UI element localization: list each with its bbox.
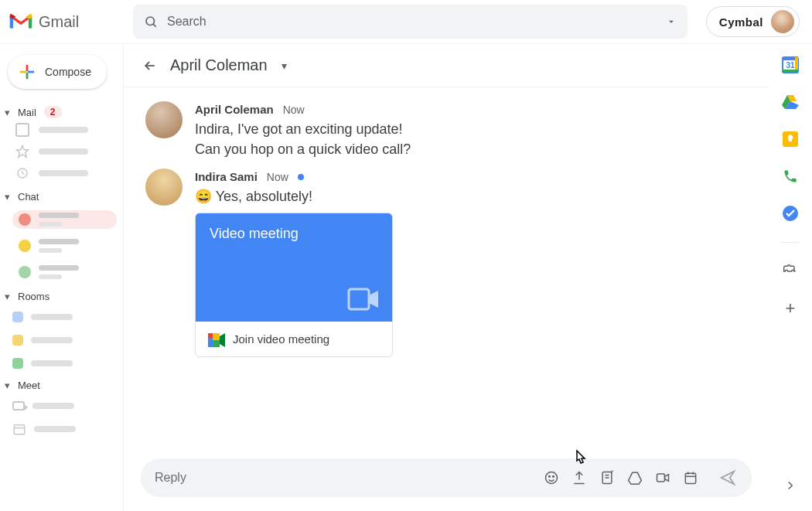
room-item[interactable] — [12, 332, 117, 349]
upload-icon[interactable] — [569, 468, 589, 488]
svg-rect-13 — [208, 333, 213, 338]
room-item[interactable] — [12, 308, 117, 325]
addons-icon[interactable] — [782, 263, 799, 280]
svg-rect-14 — [208, 338, 213, 347]
message-item: April Coleman Now Indira, I've got an ex… — [145, 101, 747, 159]
message-text: 😄 Yes, absolutely! — [195, 186, 393, 206]
presence-dot-icon — [19, 240, 31, 252]
search-bar[interactable]: Search — [133, 5, 687, 39]
collapse-panel-icon[interactable] — [782, 477, 799, 494]
emoji-icon[interactable] — [541, 468, 561, 488]
main-content: April Coleman ▾ April Coleman Now Indira… — [124, 43, 769, 511]
video-call-icon[interactable] — [653, 468, 673, 488]
chevron-down-icon: ▾ — [5, 107, 10, 118]
search-options-icon[interactable] — [666, 16, 677, 27]
sender-name[interactable]: April Coleman — [195, 103, 274, 116]
video-meeting-banner: Video meeting — [196, 213, 392, 322]
keep-app-icon[interactable] — [782, 131, 799, 148]
room-color-icon — [12, 358, 23, 369]
svg-line-3 — [153, 24, 156, 27]
chat-contact-item[interactable] — [12, 263, 117, 281]
svg-rect-26 — [657, 474, 665, 482]
join-video-meeting-button[interactable]: Join video meeting — [196, 322, 392, 356]
tasks-app-icon[interactable] — [782, 205, 799, 222]
sidebar-section-chat[interactable]: ▾ Chat — [0, 185, 123, 207]
gmail-logo-icon — [9, 13, 32, 30]
room-item[interactable] — [12, 355, 117, 372]
svg-text:31: 31 — [786, 61, 795, 70]
meet-list — [0, 396, 123, 439]
video-meeting-title: Video meeting — [210, 226, 378, 242]
sidebar-section-meet[interactable]: ▾ Meet — [0, 373, 123, 396]
svg-point-2 — [146, 17, 155, 26]
chat-list — [0, 207, 123, 284]
star-icon — [15, 145, 29, 158]
svg-rect-4 — [26, 65, 29, 71]
divider — [781, 242, 800, 243]
chat-contact-item[interactable] — [12, 237, 117, 255]
sidebar-section-rooms[interactable]: ▾ Rooms — [0, 284, 123, 307]
meet-join-item[interactable] — [12, 421, 117, 438]
svg-point-19 — [549, 476, 551, 478]
svg-text:+: + — [610, 470, 614, 475]
contacts-app-icon[interactable] — [782, 168, 799, 185]
sender-name[interactable]: Indira Sami — [195, 170, 258, 183]
svg-rect-10 — [14, 425, 25, 434]
compose-button[interactable]: Compose — [8, 55, 107, 89]
message-time: Now — [267, 171, 288, 183]
chevron-down-icon: ▾ — [5, 291, 10, 302]
plus-icon — [19, 63, 36, 80]
mail-snoozed-item[interactable] — [15, 166, 117, 180]
mail-nav-items — [0, 123, 123, 185]
reply-input[interactable]: Reply + — [141, 458, 752, 497]
app-header: Gmail Search Cymbal — [0, 0, 812, 43]
calendar-icon — [12, 422, 26, 436]
chevron-down-icon: ▾ — [5, 191, 10, 203]
create-doc-icon[interactable]: + — [597, 468, 617, 488]
calendar-app-icon[interactable]: 31 — [782, 56, 799, 73]
presence-dot-icon — [19, 213, 31, 226]
sender-avatar[interactable] — [145, 169, 183, 206]
svg-rect-6 — [20, 71, 26, 73]
svg-rect-16 — [213, 340, 220, 347]
account-switcher[interactable]: Cymbal — [706, 6, 800, 37]
mail-starred-item[interactable] — [15, 145, 117, 158]
room-color-icon — [12, 335, 23, 346]
clock-icon — [15, 166, 29, 180]
mail-unread-badge: 2 — [44, 106, 62, 118]
svg-marker-25 — [629, 472, 642, 484]
svg-rect-12 — [349, 289, 369, 309]
meet-new-item[interactable] — [12, 397, 117, 414]
presence-dot-icon — [19, 266, 31, 278]
drive-app-icon[interactable] — [782, 94, 799, 111]
user-avatar[interactable] — [771, 10, 794, 33]
google-meet-icon — [208, 333, 223, 346]
rooms-list — [0, 307, 123, 373]
get-addons-icon[interactable]: + — [782, 300, 799, 317]
svg-rect-35 — [783, 70, 798, 73]
sidebar-section-mail[interactable]: ▾ Mail 2 — [0, 100, 123, 123]
sidebar: Compose ▾ Mail 2 — [0, 43, 124, 511]
chevron-down-icon[interactable]: ▾ — [281, 60, 287, 72]
search-placeholder: Search — [167, 15, 666, 29]
sender-avatar[interactable] — [145, 101, 183, 138]
conversation-title[interactable]: April Coleman — [170, 56, 268, 74]
video-camera-icon — [12, 401, 25, 411]
chat-contact-item[interactable] — [12, 210, 117, 229]
message-text: Indira, I've got an exciting update! Can… — [195, 119, 411, 159]
reply-placeholder: Reply — [155, 471, 534, 485]
svg-rect-28 — [685, 473, 695, 483]
app-brand[interactable]: Gmail — [9, 13, 114, 31]
drive-icon[interactable] — [625, 468, 645, 488]
send-icon[interactable] — [718, 468, 738, 488]
chat-label: Chat — [18, 191, 39, 203]
back-button[interactable] — [142, 58, 158, 73]
svg-rect-7 — [28, 71, 34, 73]
mail-inbox-item[interactable] — [15, 123, 117, 137]
calendar-event-icon[interactable] — [681, 468, 701, 488]
message-item: Indira Sami Now 😄 Yes, absolutely! Video… — [145, 169, 747, 357]
unread-indicator-icon — [298, 174, 304, 180]
video-camera-icon — [347, 286, 380, 312]
chevron-down-icon: ▾ — [5, 380, 10, 391]
svg-marker-8 — [17, 146, 29, 158]
